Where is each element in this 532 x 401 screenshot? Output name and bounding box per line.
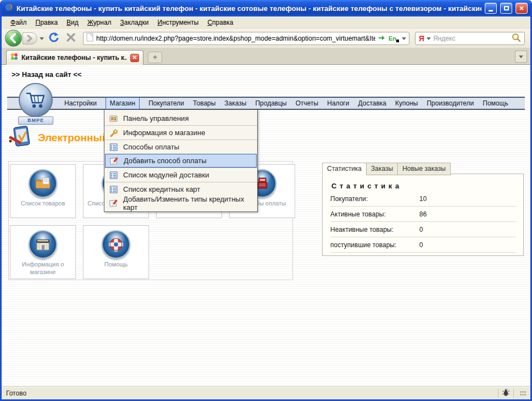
- nav-item-customers[interactable]: Покупатели: [148, 99, 184, 107]
- menu-item-control-panel[interactable]: Панель управления: [104, 112, 257, 125]
- maximize-button[interactable]: [500, 3, 512, 14]
- product-list-icon: [29, 169, 57, 198]
- store-logo: BMPE: [16, 82, 56, 125]
- statistics-panel: С т а т и с т и к а Покупатели: 10 Актив…: [322, 174, 524, 256]
- tab-active[interactable]: Китайские телефоны - купить к... ✕: [6, 50, 143, 65]
- store-dropdown-menu: Панель управления Информация о магазине …: [104, 109, 258, 212]
- back-to-site-link[interactable]: >> Назад на сайт <<: [12, 70, 81, 79]
- stat-value: 86: [419, 210, 426, 218]
- menu-item-add-edit-credit-card-types[interactable]: Добавить/Изменить типы кредитных карт: [104, 196, 257, 210]
- address-dropdown-caret[interactable]: [402, 37, 406, 40]
- stat-row: Активные товары: 86: [330, 207, 516, 222]
- tab-title: Китайские телефоны - купить к...: [21, 54, 127, 62]
- nav-item-help[interactable]: Помощь: [483, 99, 508, 107]
- browser-menu-bar: Файл Правка Вид Журнал Закладки Инструме…: [2, 16, 530, 29]
- address-bar[interactable]: En: [83, 32, 409, 45]
- nav-item-manufacturers[interactable]: Производители: [426, 99, 474, 107]
- history-dropdown-caret[interactable]: [40, 37, 44, 40]
- go-arrow-icon[interactable]: [378, 34, 386, 43]
- reload-button[interactable]: [48, 32, 61, 45]
- wrench-icon: [109, 129, 118, 137]
- menu-bookmarks[interactable]: Закладки: [116, 17, 153, 28]
- yandex-icon: Я: [419, 34, 424, 43]
- joomla-favicon: [10, 53, 18, 63]
- nav-item-coupons[interactable]: Купоны: [395, 99, 418, 107]
- statistics-heading: С т а т и с т и к а: [331, 182, 523, 190]
- nav-item-taxes[interactable]: Налоги: [327, 99, 349, 107]
- browser-window: Китайские телефоны - купить китайский те…: [0, 0, 532, 401]
- stats-tab-bar: Статистика Заказы Новые заказы: [322, 163, 451, 175]
- menu-tools[interactable]: Инструменты: [153, 17, 203, 28]
- title-bar: Китайские телефоны - купить китайский те…: [0, 0, 532, 16]
- menu-help[interactable]: Справка: [203, 17, 237, 28]
- shop-heading-icon: [8, 124, 34, 152]
- menu-view[interactable]: Вид: [62, 17, 83, 28]
- firefox-icon: [4, 3, 13, 14]
- card-store-information[interactable]: Информация о магазине: [10, 225, 76, 279]
- page-content: >> Назад на сайт << Настройки Магазин По…: [2, 65, 530, 386]
- menu-file[interactable]: Файл: [6, 17, 31, 28]
- close-button[interactable]: ✕: [516, 3, 528, 14]
- new-tab-button[interactable]: +: [148, 52, 162, 63]
- window-title: Китайские телефоны - купить китайский те…: [16, 4, 481, 13]
- menu-history[interactable]: Журнал: [83, 17, 116, 28]
- nav-item-store[interactable]: Магазин: [106, 97, 140, 109]
- menu-item-credit-card-list[interactable]: Список кредитных карт: [104, 182, 257, 196]
- search-magnifier-icon[interactable]: [512, 33, 521, 44]
- search-bar[interactable]: Я: [415, 32, 525, 45]
- tab-new-orders[interactable]: Новые заказы: [398, 163, 451, 175]
- forward-button[interactable]: [23, 32, 37, 44]
- keyboard-layout-indicator[interactable]: En: [389, 35, 399, 42]
- stat-row: Покупатели: 10: [330, 191, 516, 207]
- page-icon: [86, 33, 93, 44]
- statusbar-divider: [498, 389, 498, 398]
- control-panel-icon: [109, 114, 118, 123]
- help-icon: [102, 230, 130, 259]
- card-product-list[interactable]: Список товаров: [10, 164, 76, 218]
- nav-item-shipping[interactable]: Доставка: [358, 99, 386, 107]
- search-input[interactable]: [433, 35, 509, 42]
- edit-note-icon: [109, 199, 118, 208]
- stat-value: 10: [419, 195, 426, 203]
- stat-row: поступившие товары: 0: [330, 237, 516, 253]
- list-all-tabs-button[interactable]: [515, 51, 527, 63]
- status-bar: Готово: [2, 386, 530, 399]
- statusbar-divider: [513, 389, 514, 398]
- nav-item-settings[interactable]: Настройки: [64, 99, 97, 107]
- stat-value: 0: [419, 226, 423, 233]
- nav-item-vendors[interactable]: Продавцы: [255, 99, 286, 107]
- store-nav-bar: Настройки Магазин Покупатели Товары Зака…: [7, 97, 525, 110]
- stat-row: Неактивные товары: 0: [330, 222, 516, 237]
- stat-value: 0: [419, 241, 423, 249]
- list-icon: [109, 171, 118, 180]
- menu-item-store-information[interactable]: Информация о магазине: [104, 126, 257, 140]
- tab-statistics[interactable]: Статистика: [322, 163, 367, 175]
- list-icon: [109, 185, 118, 194]
- nav-item-products[interactable]: Товары: [193, 99, 215, 107]
- status-text: Готово: [6, 389, 26, 397]
- back-button[interactable]: [5, 30, 22, 47]
- nav-item-orders[interactable]: Заказы: [224, 99, 246, 107]
- firebug-icon[interactable]: [502, 388, 510, 398]
- nav-item-reports[interactable]: Отчеты: [296, 99, 318, 107]
- tab-orders[interactable]: Заказы: [367, 163, 398, 175]
- menu-item-add-payment-method[interactable]: Добавить способ оплаты: [105, 154, 257, 168]
- resize-grip[interactable]: [519, 391, 526, 396]
- cart-logo-icon: [18, 82, 54, 119]
- minimize-button[interactable]: [485, 3, 497, 14]
- stop-button[interactable]: [65, 32, 79, 45]
- url-input[interactable]: [96, 35, 375, 42]
- menu-item-shipping-modules[interactable]: Список модулей доставки: [104, 168, 257, 182]
- list-icon: [109, 143, 118, 152]
- store-information-icon: [29, 230, 57, 259]
- menu-item-payment-methods[interactable]: Способы оплаты: [104, 140, 257, 154]
- tab-strip: Китайские телефоны - купить к... ✕ +: [2, 48, 530, 65]
- navigation-toolbar: En Я: [2, 29, 530, 48]
- search-engine-caret[interactable]: [426, 37, 431, 40]
- menu-edit[interactable]: Правка: [31, 17, 63, 28]
- card-help[interactable]: Помощь: [83, 225, 149, 279]
- tab-close-icon[interactable]: ✕: [130, 54, 139, 62]
- edit-note-icon: [109, 157, 119, 165]
